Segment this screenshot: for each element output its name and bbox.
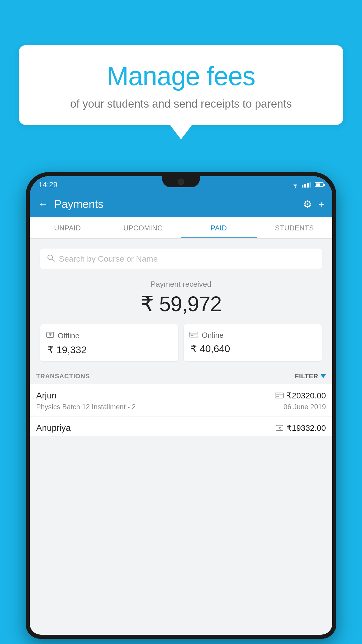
background: Manage fees of your students and send re… <box>0 0 362 644</box>
speech-bubble-title: Manage fees <box>36 61 326 91</box>
filter-button[interactable]: FILTER <box>295 372 326 380</box>
payment-received-section: Payment received ₹ 59,972 <box>30 269 332 324</box>
tab-upcoming[interactable]: UPCOMING <box>106 217 181 238</box>
online-label: Online <box>202 331 224 340</box>
speech-bubble-subtitle: of your students and send receipts to pa… <box>36 98 326 110</box>
transaction-row-bottom: Physics Batch 12 Installment - 2 06 June… <box>36 403 326 411</box>
transaction-row-partial-top: Anupriya ₹ ₹19332.00 <box>36 423 326 433</box>
svg-text:₹: ₹ <box>278 426 281 430</box>
tab-students[interactable]: STUDENTS <box>257 217 333 238</box>
transaction-name: Arjun <box>36 391 57 400</box>
svg-line-2 <box>52 259 54 261</box>
card-payment-icon <box>275 392 284 399</box>
phone-wrapper: 14:29 <box>26 172 336 644</box>
tabs-bar: UNPAID UPCOMING PAID STUDENTS <box>30 217 332 239</box>
status-time: 14:29 <box>38 180 57 189</box>
transaction-list: Arjun ₹20320.00 <box>30 384 332 436</box>
offline-card-top: ₹ Offline <box>46 331 173 341</box>
phone-screen: 14:29 <box>30 176 332 635</box>
transactions-header: TRANSACTIONS FILTER <box>30 367 332 384</box>
transaction-row-top: Arjun ₹20320.00 <box>36 391 326 400</box>
phone-frame: 14:29 <box>26 172 336 639</box>
offline-payment-card: ₹ Offline ₹ 19,332 <box>40 324 178 361</box>
filter-label: FILTER <box>295 372 318 380</box>
online-payment-card: Online ₹ 40,640 <box>184 324 322 361</box>
signal-icon <box>302 182 311 188</box>
page-title: Payments <box>54 198 297 211</box>
transaction-date: 06 June 2019 <box>284 403 326 411</box>
settings-button[interactable]: ⚙ <box>303 198 312 210</box>
tab-paid[interactable]: PAID <box>181 217 257 238</box>
online-icon <box>189 331 198 340</box>
online-amount: ₹ 40,640 <box>189 343 316 354</box>
payment-cards: ₹ Offline ₹ 19,332 <box>40 324 322 367</box>
offline-label: Offline <box>58 331 80 340</box>
svg-rect-8 <box>275 393 283 398</box>
transactions-label: TRANSACTIONS <box>36 372 90 380</box>
add-button[interactable]: + <box>318 199 324 210</box>
svg-rect-6 <box>190 333 198 335</box>
phone-notch <box>162 176 200 187</box>
battery-icon <box>315 182 324 187</box>
camera-dot <box>178 178 184 185</box>
search-placeholder: Search by Course or Name <box>59 254 158 264</box>
back-button[interactable]: ← <box>38 199 48 209</box>
status-icons <box>291 181 324 188</box>
search-icon <box>47 254 55 264</box>
transaction-name: Anupriya <box>36 423 71 433</box>
tab-unpaid[interactable]: UNPAID <box>30 217 106 238</box>
speech-bubble-wrapper: Manage fees of your students and send re… <box>19 45 343 139</box>
transaction-course: Physics Batch 12 Installment - 2 <box>36 403 136 411</box>
payment-total-amount: ₹ 59,972 <box>30 292 332 316</box>
speech-bubble-arrow <box>170 125 192 139</box>
svg-point-0 <box>295 187 296 188</box>
transaction-amount: ₹19332.00 <box>287 423 326 433</box>
svg-rect-7 <box>191 335 194 336</box>
table-row[interactable]: Anupriya ₹ ₹19332.00 <box>30 416 332 436</box>
transaction-amount: ₹20320.00 <box>287 391 326 400</box>
header-icons: ⚙ + <box>303 198 324 210</box>
filter-icon <box>321 374 326 378</box>
svg-text:₹: ₹ <box>49 333 52 337</box>
table-row[interactable]: Arjun ₹20320.00 <box>30 384 332 416</box>
offline-amount: ₹ 19,332 <box>46 344 173 356</box>
wifi-icon <box>291 181 299 188</box>
search-bar[interactable]: Search by Course or Name <box>40 249 322 269</box>
svg-rect-10 <box>276 396 279 397</box>
app-header: ← Payments ⚙ + <box>30 191 332 217</box>
offline-icon: ₹ <box>46 331 54 341</box>
offline-payment-icon: ₹ <box>275 424 284 432</box>
online-card-top: Online <box>189 331 316 340</box>
speech-bubble: Manage fees of your students and send re… <box>19 45 343 125</box>
transaction-amount-wrap: ₹ ₹19332.00 <box>275 423 326 433</box>
payment-received-label: Payment received <box>30 280 332 289</box>
transaction-amount-wrap: ₹20320.00 <box>275 391 326 400</box>
svg-rect-9 <box>275 394 283 395</box>
